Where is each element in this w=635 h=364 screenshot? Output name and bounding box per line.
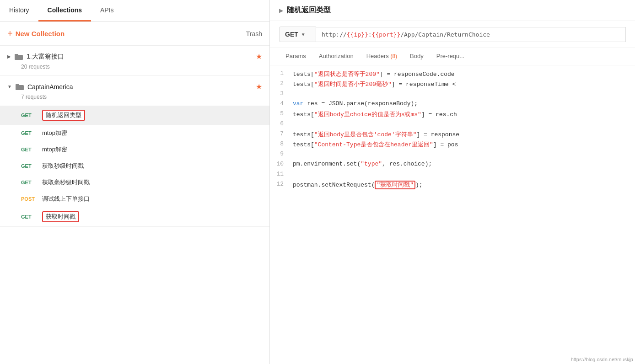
req-tab-body[interactable]: Body [404, 48, 430, 65]
tab-history[interactable]: History [0, 0, 38, 21]
code-line-4: 4 var res = JSON.parse(responseBody); [270, 100, 635, 110]
request-name-sec-ts: 获取秒级时间戳 [42, 162, 84, 170]
url-bar: GET ▼ http://{{ip}}:{{port}}/App/Captain… [270, 21, 635, 48]
dropdown-arrow-icon: ▼ [301, 32, 306, 37]
line-content-12: postman.setNextRequest("获取时间戳"); [293, 181, 635, 191]
method-get-badge-4: GET [21, 163, 38, 169]
req-tab-headers[interactable]: Headers (8) [360, 48, 404, 65]
code-line-7: 7 tests["返回body里是否包含'code'字符串"] = respon… [270, 130, 635, 140]
code-line-5: 5 tests["返回body里choice的值是否为s或ms"] = res.… [270, 110, 635, 120]
method-get-badge-2: GET [21, 130, 38, 136]
method-get-badge-5: GET [21, 180, 38, 185]
folder-icon [15, 54, 23, 60]
line-num-1: 1 [270, 70, 293, 80]
method-get-badge: GET [21, 112, 38, 118]
collection-group-2: ▼ CaptainAmerica ★ 7 requests GET 随机返回类型… [0, 76, 269, 227]
line-content-3 [293, 90, 635, 100]
request-name-order: 调试线上下单接口 [42, 195, 90, 203]
request-tab-bar: Params Authorization Headers (8) Body Pr… [270, 48, 635, 65]
code-line-1: 1 tests["返回状态是否等于200"] = responseCode.co… [270, 70, 635, 80]
line-content-8: tests["Content-Type是否包含在header里返回"] = po… [293, 140, 635, 150]
collection-name-2: CaptainAmerica [27, 83, 252, 91]
line-content-2: tests["返回时间是否小于200毫秒"] = responseTime < [293, 80, 635, 90]
method-get-badge-6: GET [21, 214, 38, 219]
plus-icon: + [7, 28, 13, 39]
toolbar: + New Collection Trash [0, 22, 269, 46]
request-title: 随机返回类型 [287, 5, 331, 15]
code-line-2: 2 tests["返回时间是否小于200毫秒"] = responseTime … [270, 80, 635, 90]
line-content-10: pm.environment.set("type", res.choice); [293, 161, 635, 171]
request-item-get-ts[interactable]: GET 获取时间戳 [0, 207, 269, 226]
url-var-ip: {{ip}} [347, 31, 368, 38]
request-item-ms-ts[interactable]: GET 获取毫秒级时间戳 [0, 174, 269, 191]
line-num-6: 6 [270, 120, 293, 130]
code-line-3: 3 [270, 90, 635, 100]
req-tab-auth[interactable]: Authorization [312, 48, 360, 65]
request-title-bar: ▶ 随机返回类型 [270, 0, 635, 21]
play-icon[interactable]: ▶ [279, 7, 283, 14]
new-collection-label: New Collection [16, 30, 65, 37]
line-content-11 [293, 171, 635, 181]
request-item-order[interactable]: POST 调试线上下单接口 [0, 191, 269, 207]
line-num-3: 3 [270, 90, 293, 100]
request-item-mtop-dec[interactable]: GET mtop解密 [0, 141, 269, 158]
code-line-12: 12 postman.setNextRequest("获取时间戳"); [270, 181, 635, 191]
url-colon: : [368, 31, 372, 38]
code-line-10: 10 pm.environment.set("type", res.choice… [270, 161, 635, 171]
collection-header-1[interactable]: ▶ 1.大富翁接口 ★ [0, 46, 269, 63]
tab-bar: History Collections APIs [0, 0, 269, 22]
request-name-mtop-enc: mtop加密 [42, 129, 67, 137]
collection-group-1: ▶ 1.大富翁接口 ★ 20 requests [0, 46, 269, 76]
right-panel: ▶ 随机返回类型 GET ▼ http://{{ip}}:{{port}}/Ap… [270, 0, 635, 364]
collection-name-1: 1.大富翁接口 [27, 53, 252, 61]
line-content-6 [293, 120, 635, 130]
svg-rect-1 [15, 54, 18, 56]
line-num-4: 4 [270, 100, 293, 110]
chevron-down-icon: ▼ [7, 84, 12, 89]
line-num-8: 8 [270, 140, 293, 150]
code-area: 1 tests["返回状态是否等于200"] = responseCode.co… [270, 65, 635, 364]
line-num-10: 10 [270, 161, 293, 171]
star-icon-1[interactable]: ★ [256, 52, 262, 61]
url-var-port: {{port}} [372, 31, 401, 38]
tab-apis[interactable]: APIs [91, 0, 123, 21]
line-num-2: 2 [270, 80, 293, 90]
collections-list: ▶ 1.大富翁接口 ★ 20 requests ▼ CaptainAmerica… [0, 46, 269, 364]
request-name-mtop-dec: mtop解密 [42, 145, 67, 154]
method-label: GET [285, 31, 298, 38]
line-num-11: 11 [270, 171, 293, 181]
url-input[interactable]: http://{{ip}}:{{port}}/App/Captain/Retur… [316, 27, 626, 42]
code-line-9: 9 [270, 150, 635, 161]
line-num-12: 12 [270, 181, 293, 191]
request-name-random: 随机返回类型 [42, 110, 85, 121]
line-content-4: var res = JSON.parse(responseBody); [293, 100, 635, 110]
new-collection-button[interactable]: + New Collection [7, 28, 65, 39]
url-prefix: http:// [322, 31, 347, 38]
left-panel: History Collections APIs + New Collectio… [0, 0, 270, 364]
request-item-mtop-enc[interactable]: GET mtop加密 [0, 125, 269, 141]
req-tab-prereq[interactable]: Pre-requ... [430, 48, 471, 65]
method-post-badge: POST [21, 196, 38, 202]
line-num-7: 7 [270, 130, 293, 140]
line-num-5: 5 [270, 110, 293, 120]
line-content-7: tests["返回body里是否包含'code'字符串"] = response [293, 130, 635, 140]
svg-rect-3 [16, 84, 19, 86]
line-content-9 [293, 150, 635, 161]
request-name-get-ts: 获取时间戳 [42, 211, 79, 222]
folder-icon-2 [16, 84, 24, 90]
star-icon-2[interactable]: ★ [256, 82, 262, 91]
method-select[interactable]: GET ▼ [279, 27, 316, 42]
req-tab-params[interactable]: Params [279, 48, 312, 65]
request-name-ms-ts: 获取毫秒级时间戳 [42, 178, 90, 187]
code-line-6: 6 [270, 120, 635, 130]
collection-meta-1: 20 requests [0, 63, 269, 75]
method-get-badge-3: GET [21, 147, 38, 152]
request-item-sec-ts[interactable]: GET 获取秒级时间戳 [0, 158, 269, 174]
trash-button[interactable]: Trash [246, 30, 262, 37]
tab-collections[interactable]: Collections [38, 0, 91, 21]
url-path: /App/Captain/ReturnChoice [400, 31, 490, 38]
line-content-5: tests["返回body里choice的值是否为s或ms"] = res.ch [293, 110, 635, 120]
chevron-right-icon: ▶ [7, 54, 11, 59]
collection-header-2[interactable]: ▼ CaptainAmerica ★ [0, 76, 269, 93]
request-item-random[interactable]: GET 随机返回类型 [0, 106, 269, 125]
